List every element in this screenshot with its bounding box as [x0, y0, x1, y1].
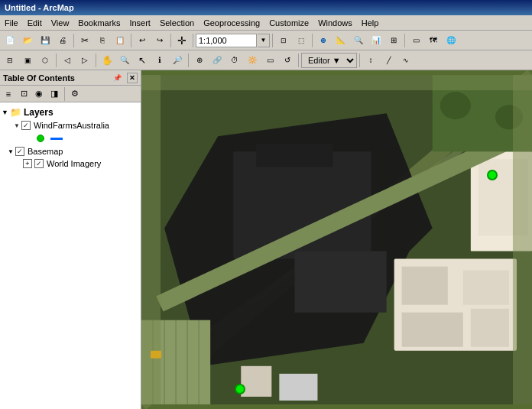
- select-by-rect-button[interactable]: ▣: [19, 52, 36, 69]
- rotate-button[interactable]: ↺: [279, 52, 296, 69]
- toc-list-by-visibility[interactable]: ◉: [32, 87, 46, 101]
- layout-view-button[interactable]: ▭: [407, 32, 424, 49]
- toc-close-button[interactable]: ✕: [127, 73, 138, 83]
- menu-windows[interactable]: Windows: [313, 15, 357, 30]
- menu-edit[interactable]: Edit: [23, 15, 47, 30]
- zoom-full-button[interactable]: ⊡: [275, 32, 292, 49]
- navigate-button[interactable]: ✛: [174, 32, 190, 49]
- scale-input[interactable]: [196, 34, 257, 47]
- table-button[interactable]: ⊞: [385, 32, 402, 49]
- sep8: [56, 54, 57, 67]
- edit-vertices-button[interactable]: ╱: [380, 52, 397, 69]
- map-marker-1: [487, 170, 498, 180]
- svg-rect-30: [241, 366, 271, 397]
- title-text: Untitled - ArcMap: [5, 3, 74, 12]
- reshape-button[interactable]: ∿: [397, 52, 414, 69]
- menu-file[interactable]: File: [0, 15, 23, 30]
- layer-item-basemap[interactable]: ▼ Basemap: [2, 145, 139, 157]
- toc-header: Table Of Contents 📌 ✕: [0, 70, 141, 86]
- svg-rect-10: [463, 271, 509, 305]
- svg-rect-11: [402, 313, 463, 347]
- map-area[interactable]: [141, 70, 532, 409]
- svg-rect-27: [513, 75, 532, 404]
- world-imagery-name: World Imagery: [47, 159, 101, 168]
- basemap-checkbox[interactable]: [15, 147, 24, 156]
- toc-options[interactable]: ⚙: [68, 87, 82, 101]
- pan-button[interactable]: ✋: [99, 52, 115, 69]
- redo-button[interactable]: ↪: [151, 32, 168, 49]
- menu-geoprocessing[interactable]: Geoprocessing: [199, 15, 264, 30]
- layer-item-world-imagery[interactable]: + World Imagery: [2, 157, 139, 170]
- open-icon: 📂: [23, 36, 32, 44]
- toc-panel: Table Of Contents 📌 ✕ ≡ ⊡ ◉ ◨ ⚙ ▼ 📁 Laye…: [0, 70, 141, 409]
- gps-button[interactable]: ⊕: [191, 52, 208, 69]
- sep7: [404, 34, 405, 47]
- svg-rect-28: [141, 75, 532, 90]
- hyperlink-button[interactable]: 🔗: [209, 52, 225, 69]
- layer-item-windfarms[interactable]: ▼ WindFarmsAustralia: [2, 119, 139, 131]
- graph-button[interactable]: 📊: [368, 32, 384, 49]
- menu-view[interactable]: View: [47, 15, 74, 30]
- open-button[interactable]: 📂: [19, 32, 36, 49]
- geocode-button[interactable]: 🔍: [350, 32, 367, 49]
- time-button[interactable]: ⏱: [226, 52, 243, 69]
- time-icon: ⏱: [231, 56, 238, 64]
- world-imagery-checkbox[interactable]: [34, 159, 44, 168]
- menu-selection[interactable]: Selection: [155, 15, 199, 30]
- layers-label: Layers: [24, 107, 54, 118]
- toc-list-by-order[interactable]: ≡: [2, 87, 15, 101]
- toc-pin-button[interactable]: 📌: [110, 71, 124, 85]
- menu-customize[interactable]: Customize: [264, 15, 313, 30]
- select-elements-button[interactable]: ⊟: [2, 52, 18, 69]
- basemap-expand-icon[interactable]: ▼: [8, 148, 14, 155]
- globe-button[interactable]: 🌐: [443, 32, 459, 49]
- select-by-poly-button[interactable]: ⬡: [37, 52, 54, 69]
- gps-icon: ⊕: [196, 56, 203, 64]
- editor-dropdown[interactable]: Editor ▼: [301, 53, 357, 68]
- zoom-in-button[interactable]: 🔍: [116, 52, 133, 69]
- toc-list-by-selection[interactable]: ◨: [47, 87, 61, 101]
- paste-button[interactable]: 📋: [112, 32, 128, 49]
- edit-tool-button[interactable]: ↕: [362, 52, 379, 69]
- globe-icon: 🌐: [446, 36, 456, 44]
- magnify-button[interactable]: 🔆: [244, 52, 261, 69]
- pan-icon: ✋: [102, 55, 113, 66]
- undo-button[interactable]: ↩: [134, 32, 151, 49]
- menu-help[interactable]: Help: [357, 15, 384, 30]
- sep6: [312, 34, 313, 47]
- arrow-select-button[interactable]: ↖: [134, 52, 151, 69]
- select-elements-icon: ⊟: [7, 57, 13, 64]
- identify-button[interactable]: ℹ: [151, 52, 168, 69]
- add-data-button[interactable]: ⊕: [315, 32, 332, 49]
- copy-button[interactable]: ⎘: [94, 32, 111, 49]
- back-button[interactable]: ◁: [59, 52, 76, 69]
- layers-folder-icon: 📁: [10, 107, 21, 118]
- find-icon: 🔎: [173, 56, 182, 64]
- world-imagery-expand-icon[interactable]: +: [23, 159, 32, 168]
- toc-list-by-source[interactable]: ⊡: [17, 87, 31, 101]
- edit-tool-icon: ↕: [369, 56, 373, 64]
- toc-layers-header: ▼ 📁 Layers: [2, 105, 139, 119]
- new-button[interactable]: 📄: [2, 32, 18, 49]
- find-button[interactable]: 🔎: [169, 52, 186, 69]
- menu-insert[interactable]: Insert: [125, 15, 155, 30]
- save-button[interactable]: 💾: [37, 32, 54, 49]
- zoom-layer-button[interactable]: ⬚: [293, 32, 310, 49]
- forward-button[interactable]: ▷: [76, 52, 93, 69]
- copy-icon: ⎘: [100, 36, 105, 44]
- arrow-select-icon: ↖: [138, 55, 146, 66]
- table-icon: ⊞: [391, 36, 397, 44]
- compass-icon: ✛: [177, 34, 187, 47]
- layers-expand-icon[interactable]: ▼: [2, 109, 8, 116]
- scale-dropdown[interactable]: ▼: [258, 34, 270, 47]
- windfarms-checkbox[interactable]: [21, 121, 31, 130]
- measure-button[interactable]: 📐: [332, 32, 349, 49]
- windfarms-expand-icon[interactable]: ▼: [14, 122, 20, 129]
- reshape-icon: ∿: [403, 57, 409, 64]
- print-button[interactable]: 🖨: [54, 32, 71, 49]
- data-view-button[interactable]: 🗺: [425, 32, 442, 49]
- sep12: [359, 54, 360, 67]
- select2-button[interactable]: ▭: [261, 52, 278, 69]
- menu-bookmarks[interactable]: Bookmarks: [73, 15, 125, 30]
- cut-button[interactable]: ✂: [76, 32, 93, 49]
